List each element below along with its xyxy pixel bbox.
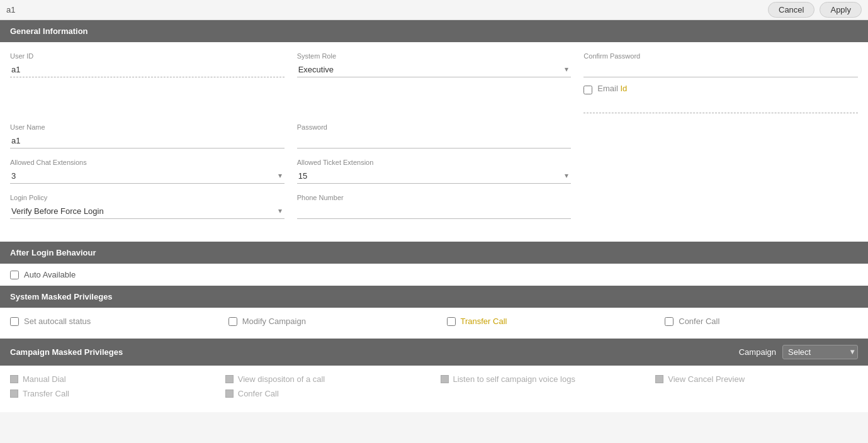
spacer-group2: [583, 159, 858, 184]
login-policy-label: Login Policy: [10, 194, 285, 201]
allowed-ticket-extension-group: Allowed Ticket Extension 5 10 15 20: [297, 159, 572, 184]
system-role-select-wrapper: Executive Admin Supervisor Agent: [297, 62, 572, 77]
system-privilege-row: Set autocall status Modify Campaign Tran…: [10, 317, 858, 326]
allowed-chat-extensions-group: Allowed Chat Extensions 1 2 3 4 5: [10, 159, 285, 184]
password-label: Password: [297, 123, 572, 131]
system-masked-privileges-header: System Masked Privileges: [0, 286, 868, 308]
camp-transfer-call-checkbox-gray: [10, 390, 18, 398]
campaign-label: Campaign: [739, 347, 776, 357]
allowed-ticket-extension-label: Allowed Ticket Extension: [297, 159, 572, 166]
user-name-group: User Name: [10, 123, 285, 149]
campaign-privilege-row-1: Manual Dial View dispositon of a call Li…: [10, 374, 858, 384]
email-row: Email Id: [583, 84, 858, 96]
modify-campaign-checkbox[interactable]: [228, 317, 237, 326]
phone-number-label: Phone Number: [297, 194, 572, 201]
general-information-header: General Information: [0, 20, 868, 42]
campaign-select-wrapper: Select Campaign A Campaign B: [782, 345, 858, 359]
user-name-input[interactable]: [10, 133, 285, 149]
system-masked-privileges-section: System Masked Privileges Set autocall st…: [0, 286, 868, 339]
camp-priv-confer-call: Confer Call: [225, 389, 428, 398]
system-role-select[interactable]: Executive Admin Supervisor Agent: [297, 62, 572, 77]
transfer-call-checkbox[interactable]: [447, 317, 456, 326]
privilege-item-confer-call: Confer Call: [665, 317, 858, 326]
top-bar-title: a1: [6, 5, 15, 14]
email-id-checkbox[interactable]: [583, 86, 592, 94]
camp-confer-call-checkbox-gray: [225, 390, 234, 398]
privilege-item-autocall: Set autocall status: [10, 317, 203, 326]
view-disposition-checkbox-gray: [225, 375, 234, 383]
manual-dial-checkbox-gray: [10, 375, 18, 383]
camp-priv-view-cancel-preview: View Cancel Preview: [655, 374, 858, 384]
allowed-chat-extensions-wrapper: 1 2 3 4 5: [10, 169, 285, 184]
user-id-input[interactable]: [10, 62, 285, 77]
system-role-label: System Role: [297, 52, 572, 60]
campaign-masked-privileges-section: Campaign Masked Privileges Campaign Sele…: [0, 339, 868, 412]
transfer-call-label: Transfer Call: [461, 317, 507, 326]
phone-number-input[interactable]: [297, 204, 572, 219]
top-bar: a1 Cancel Apply: [0, 0, 868, 20]
auto-available-checkbox[interactable]: [10, 271, 19, 279]
row-username-password: User Name Password: [10, 123, 858, 149]
user-id-group: User ID: [10, 52, 285, 113]
spacer-group3: [583, 194, 858, 219]
spacer-group: [583, 123, 858, 149]
email-id-label: Email Id: [597, 84, 627, 93]
manual-dial-label: Manual Dial: [23, 374, 66, 384]
general-information-section: General Information User ID System Role …: [0, 20, 868, 242]
modify-campaign-label: Modify Campaign: [242, 317, 306, 326]
confer-call-checkbox[interactable]: [665, 317, 674, 326]
after-login-behaviour-section: After Login Behaviour Auto Available: [0, 242, 868, 286]
view-cancel-preview-label: View Cancel Preview: [668, 374, 745, 384]
apply-button[interactable]: Apply: [820, 2, 862, 18]
listen-voice-logs-checkbox-gray: [441, 375, 449, 383]
password-group: Password: [297, 123, 572, 149]
listen-voice-logs-label: Listen to self campaign voice logs: [453, 374, 575, 384]
allowed-ticket-extension-select[interactable]: 5 10 15 20: [297, 169, 572, 184]
row-userid-systemrole: User ID System Role Executive Admin Supe…: [10, 52, 858, 113]
cancel-button[interactable]: Cancel: [768, 2, 814, 18]
privilege-item-transfer-call: Transfer Call: [447, 317, 640, 326]
confirm-password-label: Confirm Password: [583, 52, 858, 60]
camp-priv-listen-voice-logs: Listen to self campaign voice logs: [441, 374, 643, 384]
allowed-ticket-extension-wrapper: 5 10 15 20: [297, 169, 572, 184]
campaign-privilege-row-2: Transfer Call Confer Call: [10, 389, 858, 398]
login-policy-group: Login Policy Verify Before Force Login F…: [10, 194, 285, 219]
camp-priv-view-disposition: View dispositon of a call: [225, 374, 428, 384]
row-extensions: Allowed Chat Extensions 1 2 3 4 5 Allowe…: [10, 159, 858, 184]
phone-number-group: Phone Number: [297, 194, 572, 219]
login-policy-select[interactable]: Verify Before Force Login Force Login No…: [10, 204, 285, 219]
confirm-password-group: Confirm Password Email Id: [583, 52, 858, 113]
campaign-masked-privileges-header: Campaign Masked Privileges Campaign Sele…: [0, 339, 868, 366]
email-id-input[interactable]: [583, 98, 858, 113]
auto-available-label: Auto Available: [24, 270, 76, 279]
camp-priv-manual-dial: Manual Dial: [10, 374, 213, 384]
campaign-select[interactable]: Select Campaign A Campaign B: [782, 345, 858, 359]
camp-confer-call-label: Confer Call: [238, 389, 279, 398]
after-login-behaviour-header: After Login Behaviour: [0, 242, 868, 264]
password-input[interactable]: [297, 133, 572, 149]
general-information-form: User ID System Role Executive Admin Supe…: [0, 42, 868, 242]
user-id-label: User ID: [10, 52, 285, 60]
system-role-group: System Role Executive Admin Supervisor A…: [297, 52, 572, 113]
autocall-checkbox[interactable]: [10, 317, 19, 326]
camp-priv-transfer-call: Transfer Call: [10, 389, 213, 398]
view-cancel-preview-checkbox-gray: [655, 375, 663, 383]
camp-priv-spacer2: [655, 389, 858, 398]
allowed-chat-extensions-label: Allowed Chat Extensions: [10, 159, 285, 166]
row-loginpolicy-phone: Login Policy Verify Before Force Login F…: [10, 194, 858, 219]
campaign-privileges-body: Manual Dial View dispositon of a call Li…: [0, 366, 868, 412]
top-bar-buttons: Cancel Apply: [768, 2, 862, 18]
camp-priv-spacer1: [441, 389, 643, 398]
auto-available-row: Auto Available: [0, 264, 868, 286]
user-name-label: User Name: [10, 123, 285, 131]
confer-call-label: Confer Call: [679, 317, 719, 326]
system-privileges-body: Set autocall status Modify Campaign Tran…: [0, 308, 868, 339]
autocall-label: Set autocall status: [24, 317, 91, 326]
login-policy-wrapper: Verify Before Force Login Force Login No…: [10, 204, 285, 219]
view-disposition-label: View dispositon of a call: [238, 374, 325, 384]
confirm-password-input[interactable]: [583, 62, 858, 77]
campaign-select-container-header: Campaign Select Campaign A Campaign B: [739, 345, 858, 359]
privilege-item-modify-campaign: Modify Campaign: [228, 317, 422, 326]
camp-transfer-call-label: Transfer Call: [23, 389, 69, 398]
allowed-chat-extensions-select[interactable]: 1 2 3 4 5: [10, 169, 285, 184]
